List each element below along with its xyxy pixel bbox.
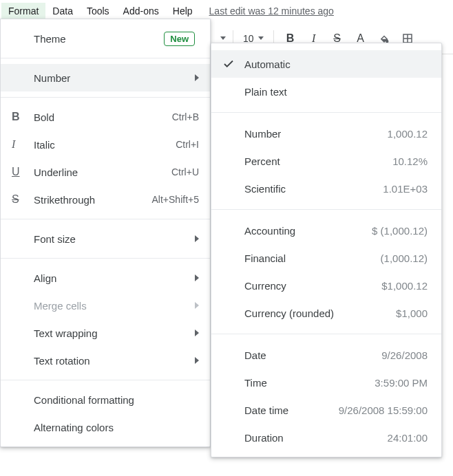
format-theme[interactable]: Theme New [1, 25, 210, 52]
menu-addons[interactable]: Add-ons [116, 3, 166, 19]
format-conditional-formatting[interactable]: Conditional formatting [1, 386, 210, 413]
menu-separator [1, 258, 210, 259]
menu-label: Financial [244, 252, 381, 264]
italic-icon: I [12, 138, 34, 151]
menu-label: Duration [244, 432, 388, 444]
format-example: 24:01:00 [388, 432, 428, 444]
menu-label: Currency [244, 280, 381, 292]
menu-shortcut: Alt+Shift+5 [152, 194, 200, 205]
caret-icon [220, 36, 226, 40]
menu-shortcut: Ctrl+I [176, 139, 199, 150]
menu-label: Date [244, 349, 381, 361]
menu-label: Text wrapping [34, 327, 189, 339]
number-number[interactable]: Number 1,000.12 [211, 120, 441, 147]
number-date[interactable]: Date 9/26/2008 [211, 341, 441, 369]
menu-label: Bold [34, 111, 172, 123]
menu-label: Percent [244, 155, 392, 167]
submenu-arrow-icon [189, 302, 199, 309]
menu-label: Font size [34, 233, 189, 245]
menu-label: Automatic [244, 58, 428, 70]
submenu-arrow-icon [189, 274, 199, 281]
number-financial[interactable]: Financial (1,000.12) [211, 244, 441, 272]
format-bold[interactable]: B Bold Ctrl+B [1, 103, 210, 131]
number-currency[interactable]: Currency $1,000.12 [211, 272, 441, 299]
submenu-arrow-icon [189, 357, 199, 364]
menu-label: Number [244, 128, 388, 140]
format-example: 10.12% [392, 155, 428, 167]
format-number[interactable]: Number [1, 64, 210, 91]
menu-label: Currency (rounded) [244, 307, 396, 319]
menu-label: Scientific [244, 183, 383, 195]
number-percent[interactable]: Percent 10.12% [211, 147, 441, 175]
menu-tools[interactable]: Tools [80, 3, 116, 19]
menu-separator [211, 334, 441, 334]
last-edit-link[interactable]: Last edit was 12 minutes ago [209, 6, 334, 17]
format-example: 1.01E+03 [383, 183, 428, 195]
submenu-arrow-icon [189, 235, 199, 242]
menu-shortcut: Ctrl+B [172, 111, 199, 122]
format-example: 3:59:00 PM [375, 377, 428, 389]
format-example: 9/26/2008 [381, 349, 428, 361]
menu-label: Italic [34, 139, 176, 151]
menu-label: Merge cells [34, 300, 189, 312]
strikethrough-icon: S [12, 193, 34, 206]
format-merge-cells: Merge cells [1, 292, 210, 319]
format-text-rotation[interactable]: Text rotation [1, 347, 210, 374]
format-example: $1,000 [396, 307, 428, 319]
menu-separator [1, 380, 210, 380]
number-datetime[interactable]: Date time 9/26/2008 15:59:00 [211, 396, 441, 424]
menu-separator [211, 112, 441, 113]
menu-label: Alternating colors [34, 422, 199, 433]
number-submenu: Automatic Plain text Number 1,000.12 Per… [211, 43, 442, 457]
menu-label: Text rotation [34, 355, 189, 367]
menu-label: Time [244, 377, 375, 389]
number-scientific[interactable]: Scientific 1.01E+03 [211, 175, 441, 202]
number-time[interactable]: Time 3:59:00 PM [211, 369, 441, 396]
menu-format[interactable]: Format [1, 3, 45, 19]
format-align[interactable]: Align [1, 264, 210, 292]
menu-label: Underline [34, 166, 171, 178]
number-duration[interactable]: Duration 24:01:00 [211, 424, 441, 451]
bold-icon: B [12, 111, 34, 123]
format-strikethrough[interactable]: S Strikethrough Alt+Shift+5 [1, 186, 210, 213]
menu-separator [1, 219, 210, 219]
format-example: (1,000.12) [381, 252, 428, 264]
menu-label: Date time [244, 404, 339, 416]
format-example: $1,000.12 [381, 280, 428, 292]
menu-separator [1, 97, 210, 98]
menu-separator [211, 209, 441, 210]
menu-label: Accounting [244, 225, 372, 237]
submenu-arrow-icon [189, 74, 199, 81]
format-text-wrapping[interactable]: Text wrapping [1, 319, 210, 347]
format-example: 9/26/2008 15:59:00 [339, 404, 428, 416]
menu-label: Align [34, 272, 189, 284]
menu-label: Theme [34, 33, 164, 45]
format-alternating-colors[interactable]: Alternating colors [1, 413, 210, 441]
number-automatic[interactable]: Automatic [211, 50, 441, 78]
format-example: $ (1,000.12) [372, 225, 428, 237]
format-italic[interactable]: I Italic Ctrl+I [1, 131, 210, 158]
submenu-arrow-icon [189, 329, 199, 336]
format-font-size[interactable]: Font size [1, 225, 210, 252]
menu-label: Strikethrough [34, 194, 152, 206]
new-badge: New [164, 32, 195, 46]
menu-label: Conditional formatting [34, 394, 199, 406]
number-currency-rounded[interactable]: Currency (rounded) $1,000 [211, 299, 441, 327]
format-menu: Theme New Number B Bold Ctrl+B I Italic … [0, 19, 211, 447]
menu-separator [1, 58, 210, 58]
number-accounting[interactable]: Accounting $ (1,000.12) [211, 217, 441, 244]
menu-shortcut: Ctrl+U [171, 166, 199, 177]
format-underline[interactable]: U Underline Ctrl+U [1, 158, 210, 186]
menu-label: Number [34, 72, 189, 84]
menu-label: Plain text [244, 86, 428, 98]
number-plain-text[interactable]: Plain text [211, 78, 441, 105]
caret-icon [258, 36, 264, 40]
format-example: 1,000.12 [388, 128, 428, 140]
menu-help[interactable]: Help [166, 3, 200, 19]
menu-data[interactable]: Data [45, 3, 80, 19]
underline-icon: U [12, 166, 34, 178]
check-icon [222, 58, 244, 70]
